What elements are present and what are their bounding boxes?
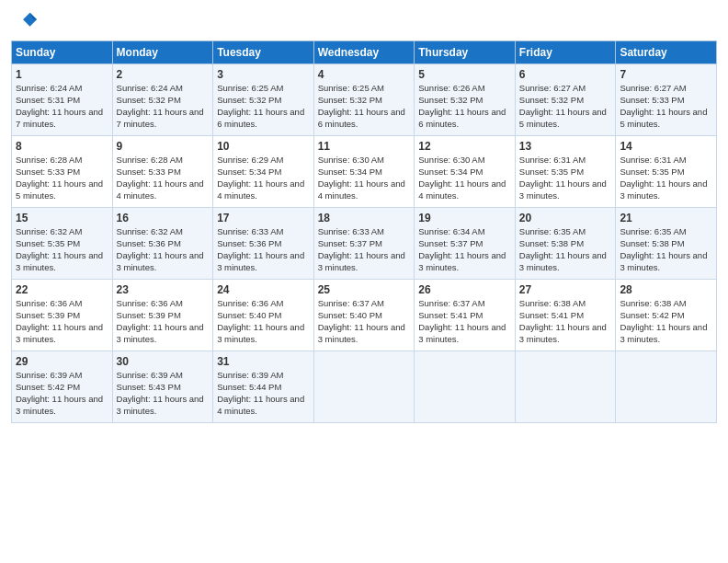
day-number: 30 [117, 354, 210, 369]
calendar-cell: 30Sunrise: 6:39 AMSunset: 5:43 PMDayligh… [112, 351, 213, 423]
calendar-cell [313, 351, 415, 423]
calendar-cell: 18Sunrise: 6:33 AMSunset: 5:37 PMDayligh… [313, 208, 415, 280]
header-row: SundayMondayTuesdayWednesdayThursdayFrid… [12, 41, 717, 64]
week-row-2: 8Sunrise: 6:28 AMSunset: 5:33 PMDaylight… [12, 136, 717, 208]
day-number: 7 [620, 67, 712, 82]
calendar-cell: 23Sunrise: 6:36 AMSunset: 5:39 PMDayligh… [112, 280, 213, 351]
day-number: 13 [519, 139, 612, 154]
day-number: 18 [318, 211, 411, 225]
calendar-cell: 6Sunrise: 6:27 AMSunset: 5:32 PMDaylight… [515, 64, 616, 136]
day-number: 3 [217, 67, 310, 82]
header-cell-saturday: Saturday [616, 41, 717, 64]
calendar-cell: 12Sunrise: 6:30 AMSunset: 5:34 PMDayligh… [415, 136, 516, 208]
day-number: 24 [217, 282, 310, 297]
week-row-3: 15Sunrise: 6:32 AMSunset: 5:35 PMDayligh… [12, 208, 717, 280]
calendar-cell: 5Sunrise: 6:26 AMSunset: 5:32 PMDaylight… [415, 64, 516, 136]
calendar-cell: 4Sunrise: 6:25 AMSunset: 5:32 PMDaylight… [313, 64, 415, 136]
calendar-cell: 13Sunrise: 6:31 AMSunset: 5:35 PMDayligh… [515, 136, 616, 208]
day-number: 26 [418, 282, 511, 297]
calendar-cell: 9Sunrise: 6:28 AMSunset: 5:33 PMDaylight… [112, 136, 213, 208]
week-row-1: 1Sunrise: 6:24 AMSunset: 5:31 PMDaylight… [12, 64, 717, 136]
week-row-5: 29Sunrise: 6:39 AMSunset: 5:42 PMDayligh… [12, 351, 717, 423]
header [11, 9, 717, 35]
calendar-cell: 16Sunrise: 6:32 AMSunset: 5:36 PMDayligh… [112, 208, 213, 280]
day-number: 6 [519, 67, 612, 82]
calendar-cell: 24Sunrise: 6:36 AMSunset: 5:40 PMDayligh… [213, 280, 314, 351]
day-number: 12 [418, 139, 511, 154]
day-number: 17 [217, 211, 310, 225]
calendar-cell: 26Sunrise: 6:37 AMSunset: 5:41 PMDayligh… [415, 280, 516, 351]
calendar-table: SundayMondayTuesdayWednesdayThursdayFrid… [11, 40, 717, 423]
day-number: 19 [418, 211, 511, 225]
header-cell-friday: Friday [515, 41, 616, 64]
day-number: 5 [418, 67, 511, 82]
calendar-cell: 10Sunrise: 6:29 AMSunset: 5:34 PMDayligh… [213, 136, 314, 208]
day-number: 21 [620, 211, 712, 225]
logo [11, 9, 40, 35]
day-number: 29 [16, 354, 108, 369]
day-number: 8 [16, 139, 108, 154]
svg-marker-0 [23, 13, 37, 27]
calendar-cell: 7Sunrise: 6:27 AMSunset: 5:33 PMDaylight… [616, 64, 717, 136]
calendar-cell: 14Sunrise: 6:31 AMSunset: 5:35 PMDayligh… [616, 136, 717, 208]
day-number: 4 [318, 67, 411, 82]
calendar-cell: 19Sunrise: 6:34 AMSunset: 5:37 PMDayligh… [415, 208, 516, 280]
calendar-cell: 29Sunrise: 6:39 AMSunset: 5:42 PMDayligh… [12, 351, 113, 423]
calendar-cell: 27Sunrise: 6:38 AMSunset: 5:41 PMDayligh… [515, 280, 616, 351]
day-number: 25 [318, 282, 411, 297]
day-number: 28 [620, 282, 712, 297]
day-number: 22 [16, 282, 108, 297]
day-number: 14 [620, 139, 712, 154]
day-number: 9 [117, 139, 210, 154]
calendar-cell: 17Sunrise: 6:33 AMSunset: 5:36 PMDayligh… [213, 208, 314, 280]
calendar-cell: 22Sunrise: 6:36 AMSunset: 5:39 PMDayligh… [12, 280, 113, 351]
week-row-4: 22Sunrise: 6:36 AMSunset: 5:39 PMDayligh… [12, 280, 717, 351]
calendar-cell: 3Sunrise: 6:25 AMSunset: 5:32 PMDaylight… [213, 64, 314, 136]
calendar-header: SundayMondayTuesdayWednesdayThursdayFrid… [12, 41, 717, 64]
calendar-cell: 28Sunrise: 6:38 AMSunset: 5:42 PMDayligh… [616, 280, 717, 351]
calendar-cell: 31Sunrise: 6:39 AMSunset: 5:44 PMDayligh… [213, 351, 314, 423]
day-number: 1 [16, 67, 108, 82]
day-number: 10 [217, 139, 310, 154]
day-number: 11 [318, 139, 411, 154]
calendar-cell: 21Sunrise: 6:35 AMSunset: 5:38 PMDayligh… [616, 208, 717, 280]
header-cell-monday: Monday [112, 41, 213, 64]
calendar-cell: 20Sunrise: 6:35 AMSunset: 5:38 PMDayligh… [515, 208, 616, 280]
calendar-cell: 11Sunrise: 6:30 AMSunset: 5:34 PMDayligh… [313, 136, 415, 208]
calendar-cell [415, 351, 516, 423]
calendar-cell: 15Sunrise: 6:32 AMSunset: 5:35 PMDayligh… [12, 208, 113, 280]
logo-icon [11, 9, 37, 35]
day-number: 23 [117, 282, 210, 297]
calendar-cell: 1Sunrise: 6:24 AMSunset: 5:31 PMDaylight… [12, 64, 113, 136]
day-number: 27 [519, 282, 612, 297]
header-cell-wednesday: Wednesday [313, 41, 415, 64]
day-number: 31 [217, 354, 310, 369]
page-container: SundayMondayTuesdayWednesdayThursdayFrid… [0, 0, 728, 431]
day-number: 2 [117, 67, 210, 82]
header-cell-sunday: Sunday [12, 41, 113, 64]
calendar-cell: 8Sunrise: 6:28 AMSunset: 5:33 PMDaylight… [12, 136, 113, 208]
day-number: 15 [16, 211, 108, 225]
calendar-body: 1Sunrise: 6:24 AMSunset: 5:31 PMDaylight… [12, 64, 717, 423]
calendar-cell: 25Sunrise: 6:37 AMSunset: 5:40 PMDayligh… [313, 280, 415, 351]
calendar-cell [515, 351, 616, 423]
calendar-cell [616, 351, 717, 423]
header-cell-thursday: Thursday [415, 41, 516, 64]
day-number: 16 [117, 211, 210, 225]
day-number: 20 [519, 211, 612, 225]
header-cell-tuesday: Tuesday [213, 41, 314, 64]
calendar-cell: 2Sunrise: 6:24 AMSunset: 5:32 PMDaylight… [112, 64, 213, 136]
